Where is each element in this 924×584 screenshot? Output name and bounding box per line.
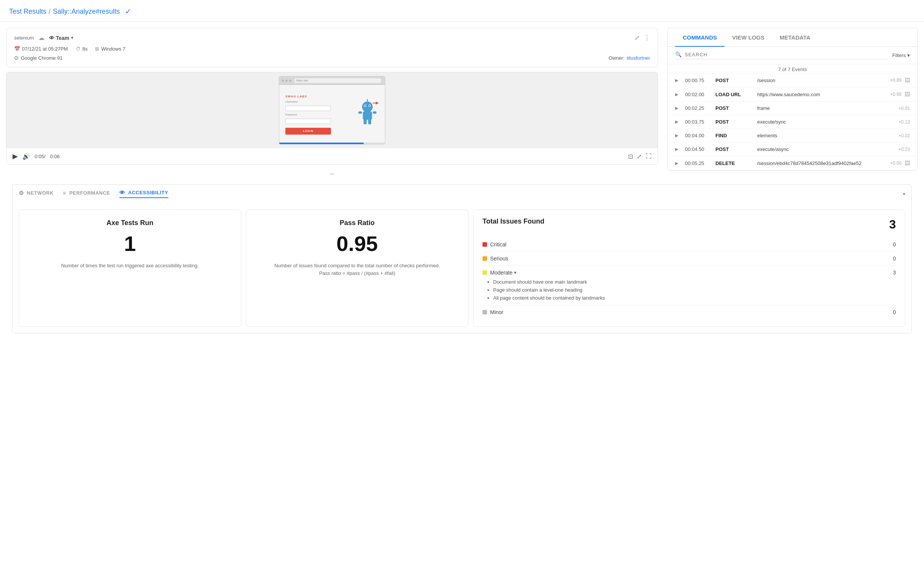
progress-bar-container (279, 142, 385, 144)
bottom-tabs-row: ⚙ NETWORK ≡ PERFORMANCE 👁 ACCESSIBILITY … (13, 185, 911, 203)
volume-button[interactable]: 🔊 (22, 153, 30, 160)
screenshot-icon: 🖼 (905, 91, 910, 98)
meta-os: ⊞ Windows 7 (95, 46, 125, 52)
issue-dot (482, 242, 487, 247)
more-options-icon[interactable]: ⋮ (644, 34, 650, 41)
video-content: SWAG LABS Username Password LOGIN (279, 85, 385, 144)
command-row[interactable]: ▶ 00:00.75 POST /session +0.89 🖼 (668, 73, 917, 88)
svg-rect-10 (364, 119, 366, 124)
command-row[interactable]: ▶ 00:04.00 FIND elements +0.02 (668, 129, 917, 142)
pip-icon[interactable]: ⊡ (628, 153, 633, 160)
ctrl-right: ⊡ ⤢ ⛶ (628, 153, 652, 160)
issue-row: Minor 0 (482, 305, 896, 319)
cmd-expand-icon[interactable]: ▶ (675, 119, 681, 124)
selenium-badge: selenium (14, 35, 34, 41)
cmd-method: POST (715, 78, 757, 83)
cmd-delta: +0.68 (886, 92, 902, 97)
tab-accessibility[interactable]: 👁 ACCESSIBILITY (119, 189, 168, 198)
video-inner: Sally Labs SWAG LABS Username Password (279, 76, 385, 144)
tab-performance[interactable]: ≡ PERFORMANCE (63, 190, 110, 198)
issues-card: Total Issues Found 3 Critical 0 Serious (473, 210, 905, 327)
play-button[interactable]: ▶ (13, 152, 18, 160)
page-header: Test Results / Sally::Analyze#results ✓ (0, 0, 924, 22)
command-row[interactable]: ▶ 00:02.00 LOAD URL https://www.saucedem… (668, 88, 917, 101)
issue-count: 0 (893, 242, 896, 248)
svg-point-3 (365, 105, 366, 106)
cmd-delta: +0.01 (895, 106, 910, 111)
meta-date-value: 07/12/21 at 05:27PM (22, 46, 68, 52)
cmd-expand-icon[interactable]: ▶ (675, 78, 681, 83)
issue-sub-list: Document should have one main landmarkPa… (482, 278, 896, 302)
windows-icon: ⊞ (95, 46, 99, 52)
cmd-expand-icon[interactable]: ▶ (675, 147, 681, 152)
team-label: Team (56, 35, 69, 41)
login-button-mock: LOGIN (285, 128, 331, 135)
panel-tabs: COMMANDS VIEW LOGS METADATA (668, 28, 917, 47)
pass-ratio-card: Pass Ratio 0.95 Number of issues found c… (246, 210, 469, 327)
cmd-time: 00:00.75 (685, 78, 715, 83)
pass-ratio-desc: Number of issues found compared to the t… (274, 262, 440, 277)
cmd-method: POST (715, 119, 757, 125)
browser-bar: Sally Labs (279, 76, 385, 85)
network-tab-label: NETWORK (27, 190, 54, 196)
accessibility-tab-label: ACCESSIBILITY (128, 190, 168, 195)
svg-point-0 (362, 101, 373, 112)
cmd-delta: +0.89 (886, 78, 902, 83)
issue-dot (482, 310, 487, 314)
full-layout: selenium ☁ 👁 Team ▾ ⤢ ⋮ (0, 22, 924, 583)
fullscreen-icon[interactable]: ⛶ (645, 153, 652, 160)
svg-marker-13 (376, 101, 379, 104)
time-current: 0:05/ (35, 154, 46, 159)
issue-dot (482, 256, 487, 261)
svg-point-4 (369, 105, 370, 106)
cmd-time: 00:03.75 (685, 119, 715, 125)
browser-url-bar: Sally Labs (294, 78, 381, 83)
axe-tests-card: Axe Tests Run 1 Number of times the test… (19, 210, 241, 327)
tab-network[interactable]: ⚙ NETWORK (19, 190, 54, 198)
filters-chevron-icon: ▾ (907, 53, 910, 58)
tab-metadata[interactable]: METADATA (772, 28, 818, 47)
command-row[interactable]: ▶ 00:02.25 POST frame +0.01 (668, 101, 917, 115)
expand-icon[interactable]: ⤢ (635, 34, 639, 41)
bottom-chevron-icon[interactable]: ▾ (903, 191, 905, 197)
accessibility-icon: 👁 (119, 189, 125, 196)
command-row[interactable]: ▶ 00:03.75 POST execute/sync +0.13 (668, 115, 917, 129)
tab-view-logs[interactable]: VIEW LOGS (724, 28, 772, 47)
owner-link[interactable]: titusfortner (627, 55, 650, 61)
cmd-expand-icon[interactable]: ▶ (675, 106, 681, 111)
search-input[interactable] (685, 52, 730, 58)
issue-sub-item: Page should contain a level-one heading (493, 286, 896, 294)
robot-svg (356, 99, 379, 130)
issues-rows: Critical 0 Serious 0 Moderate▾ 3 (482, 238, 896, 319)
command-row[interactable]: ▶ 00:05.25 DELETE /session/ebd4c78d78454… (668, 156, 917, 170)
meta-duration: ⏱ 8s (76, 46, 88, 52)
cmd-method: POST (715, 146, 757, 152)
pass-ratio-value: 0.95 (337, 233, 378, 254)
svg-rect-11 (368, 119, 371, 124)
calendar-icon: 📅 (14, 46, 20, 52)
left-panel: selenium ☁ 👁 Team ▾ ⤢ ⋮ (6, 28, 658, 178)
issues-header: Total Issues Found 3 (482, 217, 896, 232)
breadcrumb-link[interactable]: Test Results (9, 8, 46, 16)
drag-handle[interactable]: ═ (6, 169, 658, 178)
cmd-expand-icon[interactable]: ▶ (675, 161, 681, 166)
meta-info-row: 📅 07/12/21 at 05:27PM ⏱ 8s ⊞ Windows 7 (14, 46, 650, 52)
tab-commands[interactable]: COMMANDS (675, 28, 724, 47)
issues-total: 3 (889, 217, 896, 232)
cmd-expand-icon[interactable]: ▶ (675, 133, 681, 138)
command-row[interactable]: ▶ 00:04.50 POST execute/async +0.23 (668, 142, 917, 156)
expand-toggle[interactable]: ▾ (514, 270, 516, 275)
drag-dots: ═ (330, 171, 334, 177)
right-panel: COMMANDS VIEW LOGS METADATA 🔍 Filters ▾ … (667, 28, 918, 171)
search-row: 🔍 Filters ▾ (668, 47, 917, 64)
cmd-expand-icon[interactable]: ▶ (675, 92, 681, 97)
cmd-path: /session/ebd4c78d784542508e31adf9402fae5… (757, 160, 882, 166)
issue-row: Serious 0 (482, 252, 896, 266)
chrome-icon: ⊙ (14, 55, 19, 61)
issues-title: Total Issues Found (482, 217, 544, 225)
form-label-mock-1: Username (285, 100, 331, 103)
filters-button[interactable]: Filters ▾ (893, 53, 910, 58)
external-icon[interactable]: ⤢ (637, 153, 642, 160)
events-count: 7 of 7 Events (668, 64, 917, 73)
eye-badge[interactable]: 👁 Team ▾ (49, 35, 73, 41)
